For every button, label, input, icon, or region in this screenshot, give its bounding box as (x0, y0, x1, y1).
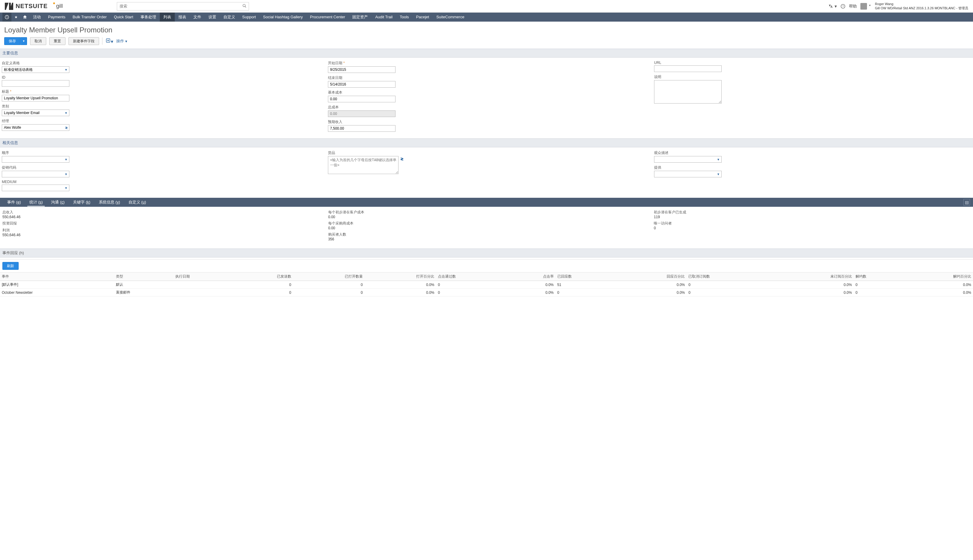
nav-item-活动[interactable]: 活动 (29, 13, 44, 22)
profit-label: 利润 (2, 228, 319, 233)
offer-select[interactable] (654, 171, 722, 177)
nav-item-文件[interactable]: 文件 (190, 13, 205, 22)
nav-item-事务处理[interactable]: 事务处理 (137, 13, 160, 22)
cost-per-lead-value: 0.00 (328, 215, 645, 219)
save-button[interactable]: 保存 (4, 37, 20, 45)
layout-grid-icon[interactable]: ▤ (963, 199, 970, 205)
cell: October Newsletter (0, 289, 114, 297)
col-6[interactable]: 点击通过数 (436, 272, 508, 281)
start-date-input[interactable] (328, 66, 396, 73)
table-row[interactable]: October Newsletter直接邮件000.0%00.0%00.0%00… (0, 289, 973, 297)
promo-code-label: 促销代码 (2, 165, 319, 170)
section-primary-header: 主要信息 (0, 48, 973, 58)
shortcuts-star-icon[interactable]: ★ (12, 13, 20, 22)
col-0[interactable]: 事件 (0, 272, 114, 281)
global-search-input[interactable] (117, 2, 249, 10)
total-revenue-label: 总收入 (2, 210, 319, 215)
nav-item-payments[interactable]: Payments (44, 13, 69, 22)
user-info[interactable]: Roger Wang Gill OW WD/Retail Std ANZ 201… (871, 2, 968, 10)
table-row[interactable]: [默认事件]默认000.0%00.0%510.0%00.0%00.0% (0, 281, 973, 289)
events-table: 事件类型执行日期已发送数已打开数量打开百分比点击通过数点击率已回应数回应百分比已… (0, 272, 973, 297)
cell: [默认事件] (0, 281, 114, 289)
medium-select[interactable] (2, 185, 69, 191)
language-switcher-icon[interactable]: ▾ (829, 3, 837, 9)
url-label: URL (654, 61, 971, 65)
description-textarea[interactable] (654, 80, 722, 103)
col-13[interactable]: 解约百分比 (901, 272, 973, 281)
cell: 0.0% (770, 289, 854, 297)
nav-item-tools[interactable]: Tools (396, 13, 412, 22)
url-input[interactable] (654, 65, 722, 72)
subtab-5[interactable]: 自定义 (u) (124, 198, 150, 207)
home-icon[interactable] (20, 13, 29, 22)
col-11[interactable]: 未订阅百分比 (770, 272, 854, 281)
refresh-button[interactable]: 刷新 (2, 262, 18, 270)
nav-item-自定义[interactable]: 自定义 (220, 13, 239, 22)
id-input[interactable] (2, 80, 69, 87)
total-revenue-value: 550,646.46 (2, 215, 319, 219)
title-input[interactable] (2, 95, 69, 102)
nav-item-报表[interactable]: 报表 (175, 13, 190, 22)
end-date-input[interactable] (328, 81, 396, 88)
operations-menu[interactable]: 操作 ▾ (116, 38, 127, 44)
cell: 0 (293, 281, 364, 289)
user-avatar-icon[interactable] (860, 3, 867, 10)
help-icon[interactable]: ? (841, 4, 845, 9)
nav-item-procurement-center[interactable]: Procurement Center (306, 13, 349, 22)
col-2[interactable]: 执行日期 (174, 272, 233, 281)
col-7[interactable]: 点击率 (508, 272, 555, 281)
save-dropdown-caret[interactable]: ▼ (20, 37, 27, 45)
event-response-header: 事件回应 (h) (0, 248, 973, 257)
nav-item-固定资产[interactable]: 固定资产 (349, 13, 371, 22)
nav-item-设置[interactable]: 设置 (205, 13, 220, 22)
nav-item-audit-trail[interactable]: Audit Trail (371, 13, 396, 22)
offer-label: 提供 (654, 165, 971, 170)
base-cost-input[interactable] (328, 96, 396, 102)
nav-item-bulk-transfer-order[interactable]: Bulk Transfer Order (69, 13, 110, 22)
page-title: Loyalty Member Upsell Promotion (4, 26, 969, 34)
col-1[interactable]: 类型 (114, 272, 174, 281)
buyers-label: 购买者人数 (328, 232, 645, 237)
subtab-1[interactable]: 统计 (s) (25, 198, 47, 207)
promo-code-select[interactable] (2, 171, 69, 177)
audience-label: 观众描述 (654, 150, 971, 155)
col-5[interactable]: 打开百分比 (364, 272, 436, 281)
nav-item-列表[interactable]: 列表 (160, 13, 175, 22)
title-label: 标题 (2, 89, 319, 94)
cancel-button[interactable]: 取消 (30, 37, 46, 45)
nav-item-quick-start[interactable]: Quick Start (110, 13, 137, 22)
custom-form-select[interactable]: 标准促销活动表格 (2, 66, 69, 73)
nav-item-pacejet[interactable]: Pacejet (413, 13, 433, 22)
start-date-label: 开始日期 (328, 61, 645, 66)
col-12[interactable]: 解约数 (854, 272, 901, 281)
nav-item-suitecommerce[interactable]: SuiteCommerce (433, 13, 468, 22)
search-icon[interactable] (242, 3, 247, 9)
col-8[interactable]: 已回应数 (555, 272, 615, 281)
item-multiselect[interactable] (328, 156, 398, 174)
expand-all-icon[interactable]: ▾ (105, 38, 113, 44)
col-4[interactable]: 已打开数量 (293, 272, 364, 281)
subtab-4[interactable]: 系统信息 (y) (95, 198, 124, 207)
new-event-field-button[interactable]: 新建事件字段 (69, 37, 99, 45)
subtab-3[interactable]: 关键字 (k) (69, 198, 95, 207)
expected-revenue-input[interactable] (328, 125, 396, 132)
order-select[interactable] (2, 156, 69, 163)
col-3[interactable]: 已发送数 (233, 272, 293, 281)
recent-records-icon[interactable] (2, 13, 12, 22)
nav-item-support[interactable]: Support (239, 13, 260, 22)
leads-generated-label: 初步潜在客户已生成 (654, 210, 971, 215)
category-label: 类别 (2, 104, 319, 109)
help-link[interactable]: 帮助 (849, 3, 857, 9)
subtab-0[interactable]: 事件 (e) (3, 198, 25, 207)
col-9[interactable]: 回应百分比 (615, 272, 687, 281)
nav-item-social-hashtag-gallery[interactable]: Social Hashtag Gallery (259, 13, 306, 22)
category-select[interactable]: Loyalty Member Email (2, 110, 69, 116)
reset-button[interactable]: 重置 (49, 37, 65, 45)
expand-item-icon[interactable]: ≷ (400, 156, 404, 161)
manager-label: 经理 (2, 118, 319, 123)
audience-select[interactable] (654, 156, 722, 163)
netsuite-logo[interactable]: NETSUITE (5, 3, 48, 10)
col-10[interactable]: 已取消订阅数 (687, 272, 770, 281)
subtab-2[interactable]: 沟通 (c) (47, 198, 69, 207)
manager-select[interactable]: Alex Wolfe (2, 124, 69, 131)
